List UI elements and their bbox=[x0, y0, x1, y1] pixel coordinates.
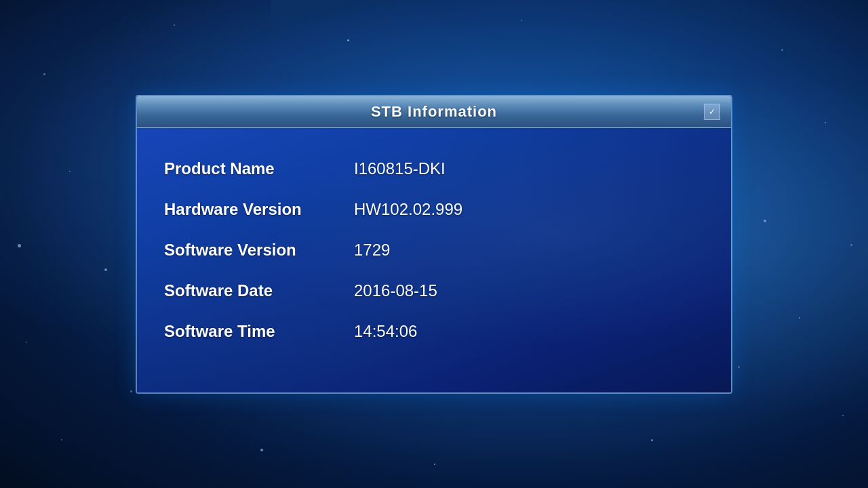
field-value: I160815-DKI bbox=[340, 148, 704, 189]
table-row: Software Time14:54:06 bbox=[164, 311, 704, 352]
dialog-title: STB Information bbox=[371, 103, 497, 121]
sparkle-dot bbox=[651, 439, 653, 441]
table-row: Hardware VersionHW102.02.999 bbox=[164, 189, 704, 230]
sparkle-dot bbox=[521, 20, 522, 21]
field-value: 2016-08-15 bbox=[340, 270, 704, 311]
check-icon: ✓ bbox=[709, 107, 715, 117]
dialog-body: Product NameI160815-DKIHardware VersionH… bbox=[137, 128, 731, 392]
field-value: HW102.02.999 bbox=[340, 189, 704, 230]
table-row: Software Version1729 bbox=[164, 230, 704, 270]
field-value: 14:54:06 bbox=[340, 311, 704, 352]
sparkle-dot bbox=[130, 390, 132, 392]
info-table: Product NameI160815-DKIHardware VersionH… bbox=[164, 148, 704, 352]
field-label: Software Date bbox=[164, 270, 340, 311]
table-row: Product NameI160815-DKI bbox=[164, 148, 704, 189]
dialog-wrapper: STB Information ✓ Product NameI160815-DK… bbox=[136, 95, 732, 394]
field-label: Hardware Version bbox=[164, 189, 340, 230]
sparkle-dot bbox=[43, 73, 45, 75]
sparkle-dot bbox=[174, 24, 175, 26]
stb-info-dialog: STB Information ✓ Product NameI160815-DK… bbox=[136, 95, 732, 394]
sparkle-dot bbox=[850, 244, 852, 246]
field-label: Product Name bbox=[164, 148, 340, 189]
sparkle-dot bbox=[738, 366, 740, 368]
sparkle-dot bbox=[69, 171, 71, 172]
sparkle-dot bbox=[347, 39, 349, 41]
sparkle-dot bbox=[104, 268, 107, 271]
sparkle-dot bbox=[260, 449, 263, 451]
sparkle-dot bbox=[764, 220, 766, 222]
field-label: Software Version bbox=[164, 230, 340, 270]
sparkle-dot bbox=[434, 464, 435, 465]
sparkle-dot bbox=[799, 317, 800, 319]
dialog-header: STB Information ✓ bbox=[137, 96, 731, 128]
table-row: Software Date2016-08-15 bbox=[164, 270, 704, 311]
sparkle-dot bbox=[825, 122, 826, 123]
sparkle-dot bbox=[18, 244, 21, 247]
sparkle-dot bbox=[842, 415, 844, 416]
sparkle-dot bbox=[26, 342, 27, 343]
sparkle-dot bbox=[61, 439, 62, 441]
field-label: Software Time bbox=[164, 311, 340, 352]
sparkle-dot bbox=[781, 49, 783, 51]
close-button[interactable]: ✓ bbox=[704, 104, 720, 120]
field-value: 1729 bbox=[340, 230, 704, 270]
